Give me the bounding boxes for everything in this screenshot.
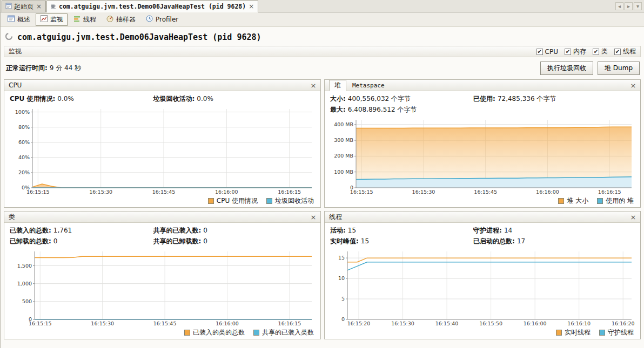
- threads-stats: 活动:15 守护进程:14 实时峰值:15 已启动的总数:17: [330, 226, 635, 246]
- svg-text:16:16:15: 16:16:15: [598, 189, 621, 195]
- cpu-panel-header: CPU ×: [4, 80, 320, 91]
- legend-swatch-orange: [558, 198, 564, 204]
- svg-text:1,000: 1,000: [17, 281, 32, 286]
- tab-list-icon[interactable]: ▾: [634, 2, 642, 10]
- toolbar-item-label: 监视: [50, 15, 63, 24]
- legend-item: 堆 大小: [558, 196, 588, 206]
- cpu-stats: CPU 使用情况:0.0% 垃圾回收活动:0.0%: [10, 94, 315, 104]
- toolbar-item-monitor[interactable]: 监视: [36, 13, 68, 26]
- toolbar-item-overview[interactable]: 概述: [3, 13, 35, 26]
- checkbox-label: 内存: [573, 47, 586, 56]
- tab-start-page[interactable]: 起始页 ×: [2, 1, 46, 12]
- svg-text:16:16:20: 16:16:20: [612, 320, 635, 326]
- svg-text:16:16:15: 16:16:15: [278, 189, 301, 195]
- metric-toggles: ✔ CPU ✔ 内存 ✔ 类 ✔ 线程: [536, 47, 636, 56]
- cpu-chart: 0%20%40%60%80%100%16:15:1516:15:3016:15:…: [10, 106, 315, 195]
- classes-stats: 已装入的总数:1,761 共享的已装入数:0 已卸载的总数:0 共享的已卸载数:…: [10, 226, 315, 246]
- svg-text:40%: 40%: [18, 154, 30, 160]
- heap-legend: 堆 大小 使用的 堆: [330, 195, 635, 206]
- checkbox-memory[interactable]: ✔ 内存: [565, 47, 586, 56]
- stat-loaded-total: 已装入的总数:1,761: [10, 226, 153, 235]
- threads-panel-header: 线程 ×: [325, 211, 640, 223]
- visualvm-window: 起始页 × com.atguigu.jvm.test.Demo06JavaHea…: [0, 0, 644, 348]
- close-panel-icon[interactable]: ×: [629, 81, 638, 90]
- stat-shared-unloaded: 共享的已卸载数:0: [153, 237, 315, 246]
- legend-item: 实时线程: [556, 328, 591, 337]
- stat-daemon-threads: 守护进程:14: [473, 226, 635, 235]
- legend-swatch-orange: [208, 198, 214, 204]
- panel-title: 线程: [329, 213, 342, 222]
- legend-item: 已装入的类的总数: [184, 328, 245, 337]
- legend-swatch-blue: [266, 198, 272, 204]
- tab-scroll-left-icon[interactable]: ◂: [615, 2, 623, 10]
- close-panel-icon[interactable]: ×: [629, 213, 638, 221]
- toolbar-item-threads[interactable]: 线程: [69, 13, 100, 26]
- perform-gc-button[interactable]: 执行垃圾回收: [540, 62, 593, 75]
- toolbar-item-profiler[interactable]: Profiler: [141, 13, 183, 26]
- svg-text:16:15:30: 16:15:30: [412, 189, 435, 195]
- monitor-view: com.atguigu.jvm.test.Demo06JavaHeapTest …: [1, 27, 644, 348]
- tab-application[interactable]: com.atguigu.jvm.test.Demo06JavaHeapTest …: [46, 1, 258, 12]
- checkbox-checked-icon: ✔: [565, 49, 571, 55]
- tab-label: com.atguigu.jvm.test.Demo06JavaHeapTest …: [59, 3, 246, 10]
- stat-live-threads: 活动:15: [330, 226, 473, 235]
- checkbox-checked-icon: ✔: [536, 49, 543, 55]
- svg-text:400 MB: 400 MB: [334, 121, 353, 127]
- heap-dump-button[interactable]: 堆 Dump: [598, 62, 640, 75]
- close-tab-icon[interactable]: ×: [248, 3, 254, 10]
- tab-label: 起始页: [14, 2, 33, 11]
- profiler-clock-icon: [145, 15, 153, 24]
- svg-text:100%: 100%: [15, 109, 30, 115]
- toolbar-item-label: 抽样器: [116, 15, 136, 24]
- classes-panel-header: 类 ×: [4, 211, 320, 223]
- svg-text:500: 500: [22, 298, 32, 304]
- svg-text:16:15:20: 16:15:20: [347, 320, 371, 326]
- monitor-chart-icon: [40, 15, 48, 24]
- tab-heap[interactable]: 堆: [329, 80, 346, 91]
- legend-item: 共享的已装入类数: [253, 328, 314, 337]
- sampler-gauge-icon: [106, 15, 114, 24]
- classes-panel: 类 × 已装入的总数:1,761 共享的已装入数:0 已卸载的总数:0 共享的已…: [4, 211, 321, 339]
- checkbox-threads[interactable]: ✔ 线程: [614, 47, 636, 56]
- toolbar-item-label: Profiler: [156, 16, 178, 23]
- panel-title: 类: [9, 213, 15, 222]
- panels-grid: CPU × CPU 使用情况:0.0% 垃圾回收活动:0.0% 0%20%40%…: [4, 79, 641, 339]
- cpu-legend: CPU 使用情况 垃圾回收活动: [10, 195, 315, 206]
- heap-stats: 大小:400,556,032 个字节 已使用:72,485,336 个字节 最大…: [330, 94, 635, 114]
- panel-title: CPU: [9, 81, 22, 89]
- checkbox-cpu[interactable]: ✔ CPU: [536, 48, 558, 56]
- checkbox-checked-icon: ✔: [614, 49, 621, 55]
- svg-text:10: 10: [338, 275, 345, 281]
- legend-swatch-orange: [556, 330, 562, 336]
- uptime-label: 正常运行时间:: [6, 64, 48, 73]
- svg-text:16:15:15: 16:15:15: [29, 320, 52, 326]
- svg-text:5: 5: [341, 296, 345, 302]
- svg-text:16:16:00: 16:16:00: [536, 189, 559, 195]
- stat-live-peak: 实时峰值:15: [330, 237, 473, 246]
- threads-panel-body: 活动:15 守护进程:14 实时峰值:15 已启动的总数:17 05101516…: [325, 223, 640, 339]
- checkbox-classes[interactable]: ✔ 类: [593, 47, 608, 56]
- stat-gc-activity: 垃圾回收活动:0.0%: [153, 94, 315, 104]
- checkbox-checked-icon: ✔: [593, 49, 599, 55]
- close-panel-icon[interactable]: ×: [309, 81, 318, 90]
- tab-scroll-right-icon[interactable]: ▸: [625, 2, 633, 10]
- toolbar-item-sampler[interactable]: 抽样器: [102, 13, 140, 26]
- svg-text:80%: 80%: [18, 124, 30, 130]
- tab-metaspace[interactable]: Metaspace: [347, 81, 390, 90]
- close-tab-icon[interactable]: ×: [36, 3, 42, 10]
- legend-item: 垃圾回收活动: [266, 196, 314, 206]
- section-label: 监视: [9, 47, 22, 56]
- stat-cpu-usage: CPU 使用情况:0.0%: [10, 94, 153, 104]
- threads-chart: 05101516:15:2016:15:3016:15:4016:15:5016…: [330, 248, 635, 327]
- svg-text:16:15:50: 16:15:50: [479, 320, 502, 326]
- classes-legend: 已装入的类的总数 共享的已装入类数: [10, 327, 315, 338]
- legend-swatch-orange: [184, 330, 190, 336]
- heap-panel-header: 堆 Metaspace ×: [325, 80, 640, 91]
- svg-text:16:16:15: 16:16:15: [278, 320, 301, 326]
- stat-shared-loaded: 共享的已装入数:0: [153, 226, 315, 235]
- cpu-panel-body: CPU 使用情况:0.0% 垃圾回收活动:0.0% 0%20%40%60%80%…: [4, 91, 320, 207]
- overview-icon: [7, 15, 15, 24]
- close-panel-icon[interactable]: ×: [309, 213, 318, 221]
- toolbar-item-label: 线程: [83, 15, 96, 24]
- legend-swatch-blue: [253, 330, 259, 336]
